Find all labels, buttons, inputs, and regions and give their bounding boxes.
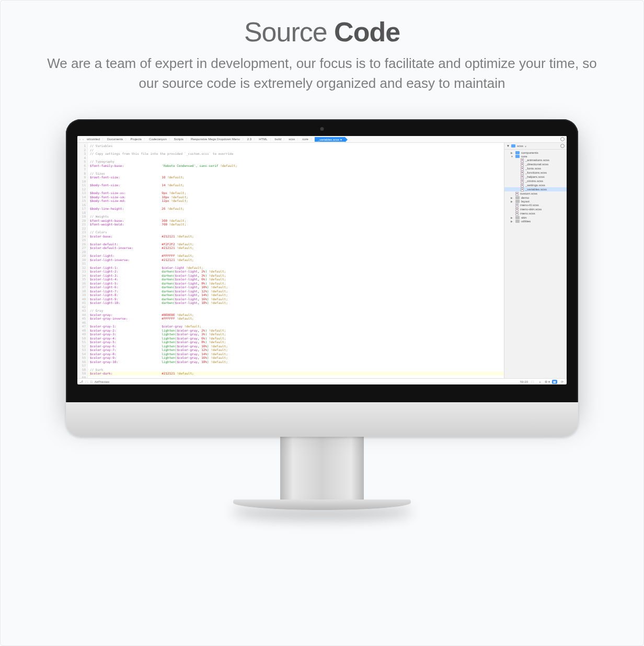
- status-icon[interactable]: ⬚: [530, 380, 535, 384]
- editor-topbar: ‹ › wlcunited 〉Documents 〉Projects 〉Code…: [77, 136, 567, 143]
- breadcrumb-item[interactable]: Responsive Mega Dropdown Menu: [190, 138, 241, 141]
- monitor-camera: [320, 127, 324, 131]
- file-sidebar: ▼ scss ▾ ▶components▼core_animations.scs…: [504, 143, 567, 378]
- status-item[interactable]: ⎇: [79, 380, 83, 383]
- tree-folder[interactable]: ▶components: [504, 151, 567, 154]
- tree-file[interactable]: menu-skin.scss: [504, 207, 567, 211]
- breadcrumb[interactable]: wlcunited 〉Documents 〉Projects 〉Codecany…: [86, 137, 345, 142]
- code-editor[interactable]: // Variables // // Copy settings from th…: [88, 143, 504, 378]
- sidebar-sync-icon[interactable]: [560, 144, 565, 148]
- status-icon[interactable]: +: [537, 380, 543, 384]
- breadcrumb-item[interactable]: scss: [288, 138, 296, 141]
- tree-folder[interactable]: ▶utilities: [504, 219, 567, 223]
- breadcrumb-item[interactable]: build: [274, 138, 283, 141]
- tree-folder[interactable]: ▶demo: [504, 196, 567, 199]
- tree-file[interactable]: custom.scss: [504, 191, 567, 196]
- breadcrumb-item[interactable]: Scripts: [173, 138, 185, 141]
- tree-file[interactable]: _variables.scss: [504, 187, 567, 191]
- tree-file[interactable]: _helpers.scss: [504, 175, 567, 179]
- breadcrumb-item[interactable]: Documents: [106, 138, 124, 141]
- breadcrumb-active[interactable]: _variables.scss ▾: [315, 137, 345, 142]
- editor-screen: ‹ › wlcunited 〉Documents 〉Projects 〉Code…: [77, 136, 567, 384]
- breadcrumb-item[interactable]: core: [301, 138, 309, 141]
- breadcrumb-item[interactable]: wlcunited: [86, 138, 101, 141]
- tree-folder[interactable]: ▼core: [504, 154, 567, 158]
- tree-file[interactable]: _directional.scss: [504, 162, 567, 166]
- tree-file[interactable]: menu-rtl.scss: [504, 203, 567, 207]
- nav-back-icon[interactable]: ‹: [79, 138, 80, 141]
- tree-file[interactable]: _animations.scss: [504, 158, 567, 162]
- tree-file[interactable]: menu.scss: [504, 211, 567, 216]
- breadcrumb-item[interactable]: HTML: [258, 138, 268, 141]
- nav-fwd-icon[interactable]: ›: [83, 138, 84, 141]
- status-item[interactable]: AirPreview: [95, 380, 110, 383]
- page-subtitle: We are a team of expert in development, …: [45, 54, 599, 93]
- status-item[interactable]: ⬚: [85, 380, 88, 383]
- sidebar-header[interactable]: ▼ scss ▾: [504, 143, 567, 150]
- line-gutter: 1234567891011121314151617181920212223242…: [77, 143, 88, 378]
- statusbar: ⎇⬚□AirPreview 59:20⬚+⚙ ▾▦⟳: [77, 378, 567, 384]
- breadcrumb-item[interactable]: Projects: [129, 138, 143, 141]
- cursor-position: 59:20: [520, 380, 528, 383]
- tree-folder[interactable]: ▶skin: [504, 216, 567, 219]
- page-title: Source Code: [1, 16, 643, 48]
- status-item[interactable]: □: [90, 380, 93, 383]
- tree-file[interactable]: _functions.scss: [504, 171, 567, 175]
- status-icon[interactable]: ⟳: [559, 380, 565, 384]
- status-icon[interactable]: ⚙ ▾: [545, 380, 550, 384]
- breadcrumb-item[interactable]: 2.3: [246, 138, 252, 141]
- status-icon[interactable]: ▦: [552, 380, 557, 384]
- tree-folder[interactable]: ▶layout: [504, 199, 567, 203]
- sync-icon[interactable]: [560, 137, 565, 141]
- breadcrumb-item[interactable]: Codecanyon: [148, 138, 168, 141]
- tree-file[interactable]: _mixins.scss: [504, 179, 567, 183]
- tree-file[interactable]: _settings.scss: [504, 183, 567, 187]
- tree-file[interactable]: _fonts.scss: [504, 166, 567, 171]
- folder-icon: [511, 144, 515, 148]
